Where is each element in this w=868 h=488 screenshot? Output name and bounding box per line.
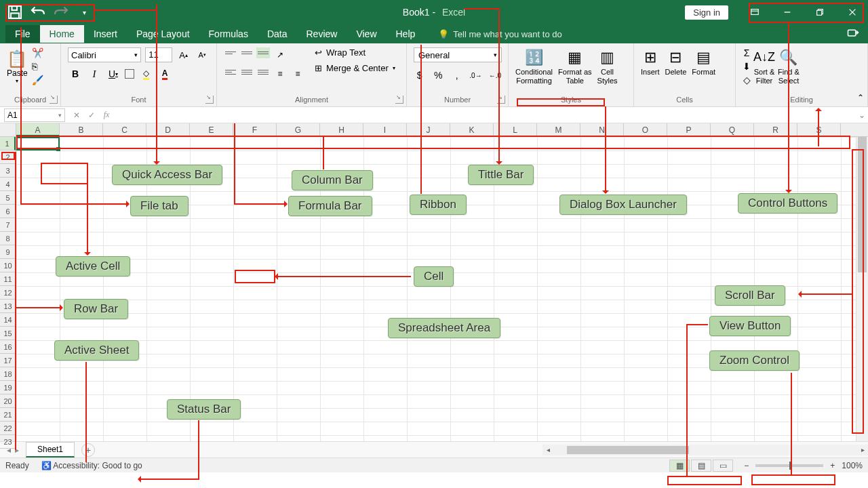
signin-button[interactable]: Sign in bbox=[685, 5, 728, 20]
fill-color-icon[interactable]: ◇ bbox=[138, 66, 153, 81]
fill-icon[interactable]: ⬇ bbox=[743, 61, 751, 72]
increase-indent-icon[interactable]: ≡ bbox=[290, 66, 305, 81]
merge-center-button[interactable]: ⊞Merge & Center ▾ bbox=[315, 63, 395, 73]
increase-decimal-icon[interactable]: .0→ bbox=[469, 68, 481, 83]
decrease-indent-icon[interactable]: ≡ bbox=[273, 66, 288, 81]
row-header[interactable]: 11 bbox=[0, 272, 16, 286]
collapse-ribbon-icon[interactable]: ⌃ bbox=[857, 93, 864, 102]
italic-button[interactable]: I bbox=[87, 66, 102, 81]
hscroll-left-icon[interactable]: ◂ bbox=[542, 446, 553, 453]
tab-help[interactable]: Help bbox=[387, 25, 425, 43]
zoom-out-icon[interactable]: − bbox=[741, 461, 751, 470]
column-header[interactable]: B bbox=[60, 123, 103, 136]
column-header[interactable]: Q bbox=[711, 123, 754, 136]
tab-home[interactable]: Home bbox=[40, 25, 84, 43]
cancel-icon[interactable]: ✕ bbox=[69, 110, 84, 120]
column-header[interactable]: A bbox=[16, 123, 60, 136]
fx-icon[interactable]: fx bbox=[99, 110, 114, 120]
row-header[interactable]: 1 bbox=[0, 137, 16, 150]
row-header[interactable]: 14 bbox=[0, 313, 16, 327]
zoom-slider[interactable] bbox=[755, 464, 823, 467]
formula-bar-input[interactable] bbox=[114, 108, 856, 122]
autosum-icon[interactable]: Σ bbox=[743, 47, 751, 58]
dialog-launcher-font[interactable] bbox=[205, 96, 214, 104]
conditional-formatting-button[interactable]: 🔢Conditional Formatting bbox=[515, 47, 553, 85]
column-header[interactable]: D bbox=[146, 123, 190, 136]
column-header[interactable]: R bbox=[754, 123, 797, 136]
column-header[interactable]: S bbox=[797, 123, 841, 136]
font-name-combo[interactable]: Calibri▾ bbox=[68, 47, 141, 62]
tab-file[interactable]: File bbox=[5, 25, 40, 43]
row-header[interactable]: 13 bbox=[0, 300, 16, 313]
column-header[interactable]: N bbox=[580, 123, 624, 136]
column-header[interactable]: H bbox=[320, 123, 363, 136]
column-header[interactable]: O bbox=[624, 123, 667, 136]
horizontal-scrollbar[interactable]: ◂ ▸ bbox=[542, 445, 868, 455]
align-middle[interactable] bbox=[240, 47, 254, 58]
bold-button[interactable]: B bbox=[68, 66, 83, 81]
tab-data[interactable]: Data bbox=[258, 25, 297, 43]
insert-cells-button[interactable]: ⊞Insert bbox=[641, 47, 660, 77]
expand-formula-bar-icon[interactable]: ⌄ bbox=[856, 110, 868, 120]
align-left[interactable] bbox=[224, 66, 237, 77]
format-as-table-button[interactable]: ▦Format as Table bbox=[558, 47, 592, 85]
percent-icon[interactable]: % bbox=[432, 68, 443, 83]
decrease-font-icon[interactable]: A▾ bbox=[195, 47, 210, 62]
row-header[interactable]: 5 bbox=[0, 191, 16, 205]
align-top[interactable] bbox=[224, 47, 237, 58]
tab-formulas[interactable]: Formulas bbox=[199, 25, 258, 43]
row-header[interactable]: 16 bbox=[0, 340, 16, 354]
row-header[interactable]: 10 bbox=[0, 259, 16, 272]
zoom-in-icon[interactable]: + bbox=[827, 461, 837, 470]
row-header[interactable]: 12 bbox=[0, 286, 16, 300]
sheet-tab-active[interactable]: Sheet1 bbox=[26, 442, 75, 458]
align-right[interactable] bbox=[256, 66, 270, 77]
sort-filter-button[interactable]: A↓ZSort & Filter bbox=[753, 47, 775, 85]
column-header[interactable]: P bbox=[667, 123, 711, 136]
tell-me-search[interactable]: 💡 Tell me what you want to do bbox=[438, 29, 561, 39]
row-header[interactable]: 9 bbox=[0, 245, 16, 259]
row-header[interactable]: 7 bbox=[0, 218, 16, 232]
column-header[interactable]: E bbox=[190, 123, 233, 136]
paste-button[interactable]: 📋 Paste ▾ bbox=[7, 47, 28, 85]
hscroll-right-icon[interactable]: ▸ bbox=[857, 446, 868, 453]
orientation-icon[interactable]: ↗ bbox=[273, 47, 288, 62]
currency-icon[interactable]: $ bbox=[414, 68, 425, 83]
hscroll-thumb[interactable] bbox=[567, 446, 689, 454]
font-color-icon[interactable]: A bbox=[157, 66, 172, 81]
row-header[interactable]: 15 bbox=[0, 327, 16, 340]
row-header[interactable]: 20 bbox=[0, 394, 16, 408]
comma-icon[interactable]: , bbox=[451, 68, 462, 83]
underline-button[interactable]: U▾ bbox=[106, 66, 121, 81]
share-icon[interactable] bbox=[846, 26, 860, 41]
column-header[interactable]: C bbox=[103, 123, 146, 136]
column-header[interactable]: F bbox=[233, 123, 277, 136]
number-format-combo[interactable]: General▾ bbox=[414, 47, 502, 62]
tab-page-layout[interactable]: Page Layout bbox=[127, 25, 199, 43]
borders-icon[interactable] bbox=[125, 69, 134, 79]
row-header[interactable]: 6 bbox=[0, 205, 16, 218]
row-header[interactable]: 17 bbox=[0, 354, 16, 367]
zoom-value[interactable]: 100% bbox=[842, 461, 863, 470]
view-page-break-icon[interactable]: ▭ bbox=[713, 460, 733, 472]
increase-font-icon[interactable]: A▴ bbox=[176, 47, 191, 62]
column-header[interactable]: M bbox=[537, 123, 580, 136]
tab-insert[interactable]: Insert bbox=[84, 25, 127, 43]
delete-cells-button[interactable]: ⊟Delete bbox=[665, 47, 687, 77]
column-header[interactable]: J bbox=[407, 123, 450, 136]
dialog-launcher-alignment[interactable] bbox=[395, 96, 403, 104]
cut-icon[interactable]: ✂️ bbox=[32, 47, 43, 58]
row-header[interactable]: 21 bbox=[0, 408, 16, 422]
wrap-text-button[interactable]: ↩Wrap Text bbox=[315, 47, 395, 58]
copy-icon[interactable]: ⎘ bbox=[32, 61, 43, 72]
column-header[interactable]: L bbox=[494, 123, 537, 136]
row-header[interactable]: 8 bbox=[0, 232, 16, 245]
column-header[interactable]: I bbox=[363, 123, 407, 136]
tab-view[interactable]: View bbox=[347, 25, 386, 43]
row-header[interactable]: 22 bbox=[0, 422, 16, 435]
status-accessibility[interactable]: ♿ Accessibility: Good to go bbox=[41, 461, 142, 470]
row-header[interactable]: 19 bbox=[0, 381, 16, 394]
row-header[interactable]: 23 bbox=[0, 435, 16, 449]
cell-styles-button[interactable]: ▥Cell Styles bbox=[597, 47, 618, 85]
dialog-launcher-clipboard[interactable] bbox=[50, 96, 58, 104]
